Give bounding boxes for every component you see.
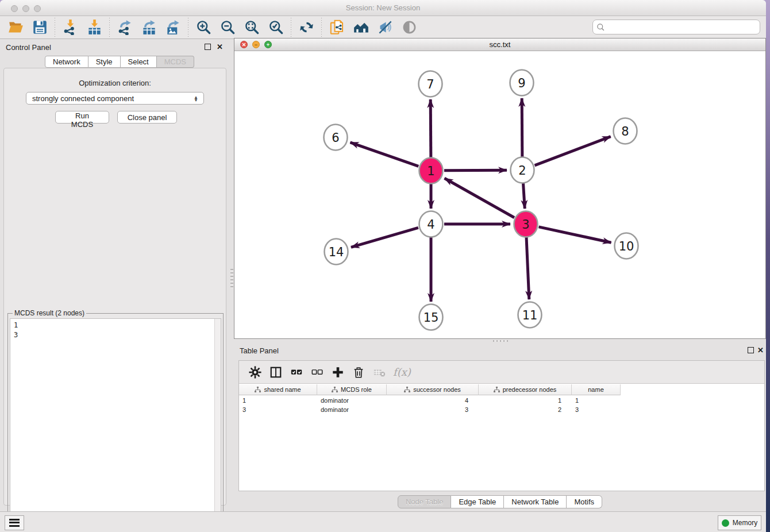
node-label-1: 1 bbox=[427, 164, 434, 178]
zoom-in-button[interactable] bbox=[191, 17, 215, 38]
open-session-button[interactable] bbox=[3, 17, 28, 38]
column-edit-icon bbox=[494, 387, 500, 393]
toolbar-separator bbox=[188, 18, 188, 37]
search-input[interactable] bbox=[605, 21, 760, 33]
import-network-button[interactable] bbox=[58, 17, 82, 38]
table-row[interactable]: 3 dominator 3 2 3 bbox=[239, 406, 621, 415]
node-label-10: 10 bbox=[619, 240, 634, 253]
zoom-selected-icon bbox=[268, 20, 284, 35]
application-window: Session: New Session bbox=[0, 0, 766, 532]
cell-successor-nodes[interactable]: 4 bbox=[387, 396, 479, 406]
result-scrollbar[interactable] bbox=[214, 319, 221, 527]
cell-mcds-role[interactable]: dominator bbox=[317, 406, 387, 415]
column-header-shared-name[interactable]: shared name bbox=[239, 384, 317, 395]
network-canvas[interactable]: 7968124314101511 bbox=[234, 51, 765, 338]
hide-annotations-button[interactable] bbox=[373, 17, 397, 38]
control-panel-tabs: Network Style Select MCDS bbox=[45, 56, 194, 68]
delete-button[interactable] bbox=[348, 363, 369, 381]
node-label-9: 9 bbox=[518, 76, 525, 90]
column-chooser-button[interactable] bbox=[265, 363, 286, 381]
toolbar-separator bbox=[109, 18, 110, 37]
column-header-successor-nodes[interactable]: successor nodes bbox=[387, 384, 479, 395]
apply-layout-button[interactable] bbox=[294, 17, 318, 38]
column-header-predecessor-nodes[interactable]: predecessor nodes bbox=[479, 384, 572, 395]
task-history-button[interactable] bbox=[5, 515, 24, 530]
close-panel-icon[interactable]: ✕ bbox=[217, 43, 223, 51]
table-settings-button[interactable] bbox=[245, 363, 265, 381]
cell-name[interactable]: 1 bbox=[572, 396, 621, 406]
float-panel-icon[interactable] bbox=[205, 44, 211, 50]
float-panel-icon[interactable] bbox=[748, 347, 754, 353]
edge-1-7[interactable] bbox=[430, 99, 431, 157]
home-button[interactable] bbox=[349, 17, 373, 38]
add-column-button[interactable] bbox=[328, 363, 348, 381]
zoom-selected-button[interactable] bbox=[264, 17, 288, 38]
edge-4-14[interactable] bbox=[351, 228, 418, 247]
cell-name[interactable]: 3 bbox=[572, 406, 621, 415]
deselect-all-button[interactable] bbox=[307, 363, 328, 381]
import-table-button[interactable] bbox=[82, 17, 106, 38]
save-session-button[interactable] bbox=[28, 17, 52, 38]
column-header-name[interactable]: name bbox=[572, 384, 621, 395]
optimization-criterion-select[interactable]: strongly connected component ▲▼ bbox=[26, 92, 204, 105]
node-table-container: f(x) shared name MCDS role successor nod… bbox=[238, 360, 765, 491]
close-panel-button[interactable]: Close panel bbox=[117, 111, 177, 124]
cell-successor-nodes[interactable]: 3 bbox=[387, 406, 479, 415]
splitter-grip[interactable] bbox=[230, 269, 233, 288]
copy-network-button[interactable] bbox=[325, 17, 349, 38]
tab-mcds[interactable]: MCDS bbox=[157, 56, 194, 68]
delete-column-button[interactable] bbox=[369, 363, 390, 381]
cell-predecessor-nodes[interactable]: 1 bbox=[479, 396, 572, 406]
export-network-button[interactable] bbox=[113, 17, 137, 38]
function-builder-button[interactable]: f(x) bbox=[393, 366, 411, 378]
export-table-button[interactable] bbox=[137, 17, 161, 38]
graphics-details-button[interactable] bbox=[397, 17, 421, 38]
tab-network-table[interactable]: Network Table bbox=[504, 495, 567, 508]
node-label-14: 14 bbox=[329, 245, 344, 259]
edge-1-2[interactable] bbox=[444, 170, 507, 171]
network-view-window: ✕ − + scc.txt 7968124314101511 bbox=[234, 38, 766, 339]
cell-shared-name[interactable]: 3 bbox=[239, 406, 317, 415]
edge-2-9[interactable] bbox=[522, 98, 522, 157]
cell-shared-name[interactable]: 1 bbox=[239, 396, 317, 406]
edge-2-8[interactable] bbox=[535, 137, 611, 165]
export-table-icon bbox=[141, 20, 157, 35]
mcds-result-textarea[interactable]: 1 3 bbox=[10, 318, 221, 528]
cell-predecessor-nodes[interactable]: 2 bbox=[479, 406, 572, 415]
control-panel: Control Panel ✕ Network Style Select MCD… bbox=[0, 39, 230, 511]
edge-2-3[interactable] bbox=[523, 183, 525, 209]
edge-1-6[interactable] bbox=[350, 142, 418, 167]
copy-network-icon bbox=[329, 20, 345, 35]
titlebar: Session: New Session bbox=[0, 0, 766, 16]
splitter-grip[interactable] bbox=[493, 340, 508, 342]
memory-button[interactable]: Memory bbox=[718, 515, 761, 530]
zoom-out-button[interactable] bbox=[215, 17, 240, 38]
search-field[interactable] bbox=[592, 20, 760, 34]
close-panel-icon[interactable]: ✕ bbox=[757, 346, 764, 354]
edge-3-10[interactable] bbox=[538, 227, 611, 242]
edge-3-1[interactable] bbox=[445, 178, 514, 217]
column-header-mcds-role[interactable]: MCDS role bbox=[317, 384, 387, 395]
mcds-result-title: MCDS result (2 nodes) bbox=[13, 309, 86, 317]
mcds-result-lines: 1 3 bbox=[14, 321, 18, 340]
tab-select[interactable]: Select bbox=[121, 56, 157, 68]
export-image-button[interactable] bbox=[161, 17, 185, 38]
delete-column-icon bbox=[373, 366, 386, 379]
select-all-button[interactable] bbox=[286, 363, 307, 381]
tab-network[interactable]: Network bbox=[45, 56, 88, 68]
tab-motifs[interactable]: Motifs bbox=[567, 495, 602, 508]
tab-style[interactable]: Style bbox=[88, 56, 121, 68]
tab-node-table[interactable]: Node Table bbox=[398, 495, 452, 508]
table-panel: Table Panel ✕ bbox=[234, 342, 766, 511]
graphics-details-icon bbox=[402, 20, 417, 35]
control-panel-title: Control Panel bbox=[6, 43, 51, 52]
cell-mcds-role[interactable]: dominator bbox=[317, 396, 387, 406]
table-row[interactable]: 1 dominator 4 1 1 bbox=[239, 396, 621, 406]
vertical-splitter[interactable] bbox=[230, 39, 234, 511]
run-mcds-button[interactable]: Run MCDS bbox=[55, 111, 109, 124]
select-all-icon bbox=[290, 366, 303, 379]
tab-edge-table[interactable]: Edge Table bbox=[451, 495, 504, 508]
edge-3-11[interactable] bbox=[526, 237, 529, 299]
status-bar: Memory bbox=[0, 511, 766, 532]
zoom-fit-button[interactable] bbox=[240, 17, 264, 38]
